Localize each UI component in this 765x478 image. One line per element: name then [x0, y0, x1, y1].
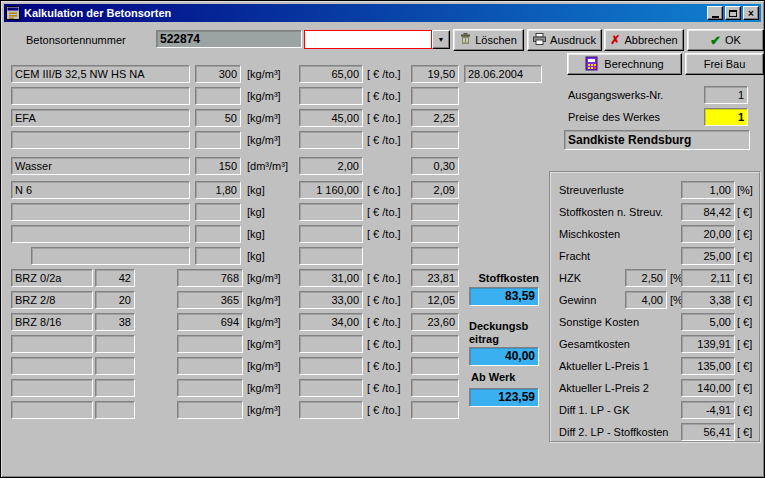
maximize-button[interactable]: [725, 6, 741, 20]
material-unit-label: [kg]: [247, 203, 265, 221]
panel-row-label: Streuverluste: [559, 181, 679, 199]
aggregate-price-field[interactable]: 31,00: [299, 269, 363, 287]
client-area: Betonsortennummer 522874 ▼ Löschen Ausdr…: [4, 22, 761, 474]
aggregate-price-field[interactable]: [299, 357, 363, 375]
frei-bau-button[interactable]: Frei Bau: [685, 53, 764, 75]
aggregate-pct-field[interactable]: [95, 335, 135, 353]
aggregate-price-unit-label: [ € /to.]: [367, 379, 401, 397]
material-price-unit-label: [ € /to.]: [367, 109, 401, 127]
panel-row-label: Aktueller L-Preis 2: [559, 379, 679, 397]
material-name-field[interactable]: [11, 225, 190, 243]
material-qty-field[interactable]: [195, 203, 241, 221]
aggregate-amount-field[interactable]: 768: [177, 269, 243, 287]
material-price-field[interactable]: 1 160,00: [299, 181, 363, 199]
material-price-field[interactable]: [299, 247, 363, 265]
material-price-field[interactable]: 65,00: [299, 65, 363, 83]
minimize-button[interactable]: [707, 6, 723, 20]
material-price-field[interactable]: [299, 225, 363, 243]
panel-value-field: -4,91: [681, 401, 735, 419]
panel-unit-label: [ €]: [737, 357, 752, 375]
material-qty-field[interactable]: 1,80: [195, 181, 241, 199]
minimize-icon: [712, 16, 719, 18]
sorte-combo-dropdown-button[interactable]: ▼: [432, 30, 450, 49]
panel-pct-field[interactable]: 2,50: [625, 269, 667, 287]
kalkulation-window: Kalkulation der Betonsorten × Betonsorte…: [0, 0, 765, 478]
panel-value-field: 139,91: [681, 335, 735, 353]
aggregate-amount-field[interactable]: [177, 335, 243, 353]
panel-unit-label: [ €]: [737, 313, 752, 331]
aggregate-price-field[interactable]: [299, 379, 363, 397]
aggregate-pct-field[interactable]: 42: [95, 269, 135, 287]
material-name-field[interactable]: Wasser: [11, 157, 190, 175]
material-unit-label: [kg/m³]: [247, 87, 281, 105]
material-price-unit-label: [ € /to.]: [367, 203, 401, 221]
aggregate-unit-label: [kg/m³]: [247, 313, 281, 331]
trash-icon: [460, 33, 471, 47]
material-price-field[interactable]: [299, 131, 363, 149]
panel-value-field: 84,42: [681, 203, 735, 221]
aggregate-amount-field[interactable]: [177, 379, 243, 397]
material-name-field[interactable]: [11, 131, 190, 149]
material-price-field[interactable]: [299, 87, 363, 105]
material-name-field[interactable]: [11, 87, 190, 105]
berechnung-button[interactable]: Berechnung: [567, 53, 682, 75]
material-name-field[interactable]: EFA: [11, 109, 190, 127]
material-qty-field[interactable]: 50: [195, 109, 241, 127]
material-qty-field[interactable]: [195, 87, 241, 105]
material-name-field[interactable]: [11, 203, 190, 221]
material-unit-label: [kg]: [247, 225, 265, 243]
sorte-combo-input[interactable]: [304, 30, 432, 49]
aggregate-pct-field[interactable]: [95, 401, 135, 419]
material-qty-field[interactable]: [195, 131, 241, 149]
aggregate-name-field[interactable]: BRZ 2/8: [11, 291, 93, 309]
ausgangswerk-field[interactable]: 1: [704, 86, 748, 104]
material-cost-field: [411, 247, 459, 265]
material-qty-field[interactable]: [195, 247, 241, 265]
werk-name-field[interactable]: Sandkiste Rendsburg: [564, 130, 750, 150]
aggregate-name-field[interactable]: [11, 357, 93, 375]
aggregate-price-field[interactable]: [299, 401, 363, 419]
aggregate-name-field[interactable]: BRZ 0/2a: [11, 269, 93, 287]
aggregate-amount-field[interactable]: [177, 357, 243, 375]
aggregate-price-field[interactable]: [299, 335, 363, 353]
aggregate-name-field[interactable]: BRZ 8/16: [11, 313, 93, 331]
material-qty-field[interactable]: [195, 225, 241, 243]
material-qty-field[interactable]: 300: [195, 65, 241, 83]
aggregate-cost-field: [411, 335, 459, 353]
panel-value-field: 135,00: [681, 357, 735, 375]
material-price-field[interactable]: 45,00: [299, 109, 363, 127]
ok-button[interactable]: ✔ OK: [687, 29, 764, 51]
material-price-field[interactable]: 2,00: [299, 157, 363, 175]
aggregate-pct-field[interactable]: [95, 379, 135, 397]
aggregate-cost-field: [411, 379, 459, 397]
aggregate-name-field[interactable]: [11, 401, 93, 419]
ausdruck-button[interactable]: Ausdruck: [527, 29, 602, 51]
aggregate-price-field[interactable]: 33,00: [299, 291, 363, 309]
material-qty-field[interactable]: 150: [195, 157, 241, 175]
panel-row-label: Gesamtkosten: [559, 335, 679, 353]
material-unit-label: [kg/m³]: [247, 65, 281, 83]
panel-pct-field[interactable]: 4,00: [625, 291, 667, 309]
loeschen-button[interactable]: Löschen: [453, 29, 524, 51]
abbrechen-button[interactable]: ✗ Abbrechen: [604, 29, 684, 51]
aggregate-amount-field[interactable]: 694: [177, 313, 243, 331]
betonsortennummer-field[interactable]: 522874: [156, 30, 302, 48]
window-icon: [6, 6, 20, 20]
aggregate-name-field[interactable]: [11, 335, 93, 353]
aggregate-price-field[interactable]: 34,00: [299, 313, 363, 331]
material-name-field[interactable]: N 6: [11, 181, 190, 199]
material-name-field[interactable]: CEM III/B 32,5 NW HS NA: [11, 65, 190, 83]
preise-des-werkes-field[interactable]: 1: [704, 108, 748, 126]
material-name-field[interactable]: [31, 247, 190, 265]
aggregate-amount-field[interactable]: 365: [177, 291, 243, 309]
aggregate-amount-field[interactable]: [177, 401, 243, 419]
aggregate-name-field[interactable]: [11, 379, 93, 397]
aggregate-pct-field[interactable]: 20: [95, 291, 135, 309]
aggregate-pct-field[interactable]: [95, 357, 135, 375]
close-button[interactable]: ×: [743, 6, 759, 20]
aggregate-pct-field[interactable]: 38: [95, 313, 135, 331]
material-cost-field: 19,50: [411, 65, 459, 83]
material-cost-field: [411, 203, 459, 221]
material-price-field[interactable]: [299, 203, 363, 221]
panel-unit-label: [ €]: [737, 379, 752, 397]
